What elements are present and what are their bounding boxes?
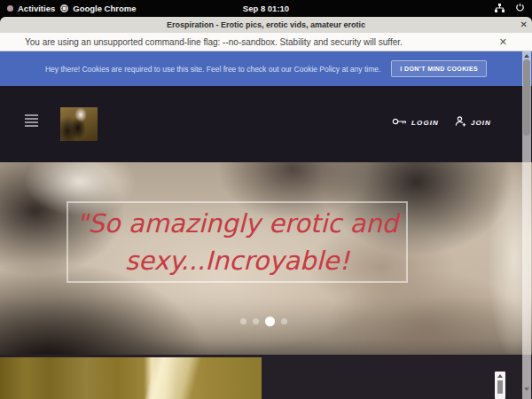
- page-scrollbar[interactable]: [522, 51, 531, 399]
- embedded-scroll-thumb[interactable]: [497, 380, 503, 394]
- chrome-infobar: You are using an unsupported command-lin…: [0, 33, 532, 51]
- infobar-close-button[interactable]: ✕: [499, 36, 507, 48]
- hamburger-menu-icon[interactable]: [25, 114, 38, 129]
- clock[interactable]: Sep 8 01:10: [0, 4, 532, 13]
- login-button[interactable]: LOGIN: [392, 117, 439, 128]
- join-button[interactable]: JOIN: [455, 116, 491, 129]
- key-icon: [392, 117, 407, 128]
- embedded-scrollbar[interactable]: [495, 372, 505, 399]
- window-close-button[interactable]: ✕: [520, 20, 528, 30]
- hero-quote-line2: sexy...Incroyable!: [68, 242, 406, 279]
- power-icon[interactable]: [515, 3, 525, 14]
- gnome-top-bar: Activities Google Chrome Sep 8 01:10: [0, 0, 532, 17]
- window-title: Erospiration - Erotic pics, erotic vids,…: [0, 20, 532, 29]
- window-titlebar: Erospiration - Erotic pics, erotic vids,…: [0, 17, 532, 33]
- carousel-dots: [230, 313, 297, 329]
- header-nav: LOGIN JOIN: [392, 116, 491, 129]
- infobar-message: You are using an unsupported command-lin…: [0, 37, 403, 47]
- hero-quote-line1: "So amazingly erotic and: [68, 205, 406, 242]
- cookie-message: Hey there! Cookies are required to use t…: [45, 65, 380, 74]
- carousel-dot-2[interactable]: [253, 318, 259, 325]
- scroll-thumb[interactable]: [523, 59, 530, 136]
- login-label: LOGIN: [411, 119, 439, 127]
- hero-carousel: "So amazingly erotic and sexy...Incroyab…: [0, 162, 532, 355]
- desktop: Activities Google Chrome Sep 8 01:10: [0, 0, 532, 399]
- network-icon[interactable]: [495, 4, 505, 14]
- site-logo[interactable]: [60, 107, 98, 141]
- gallery-thumbnail[interactable]: [0, 357, 262, 399]
- join-label: JOIN: [471, 119, 491, 127]
- cookie-banner: Hey there! Cookies are required to use t…: [0, 51, 532, 86]
- hero-quote-box: "So amazingly erotic and sexy...Incroyab…: [66, 201, 408, 283]
- carousel-dot-1[interactable]: [240, 318, 246, 325]
- site-header: LOGIN JOIN: [0, 86, 532, 162]
- carousel-dot-3[interactable]: [265, 317, 275, 326]
- person-add-icon: [455, 116, 466, 129]
- content-section: [0, 355, 532, 399]
- carousel-dot-4[interactable]: [281, 318, 287, 325]
- embedded-scroll-up-icon[interactable]: [497, 374, 503, 378]
- accept-cookies-button[interactable]: I DON’T MIND COOKIES: [391, 60, 487, 77]
- scroll-up-icon[interactable]: [524, 54, 529, 58]
- scroll-down-icon[interactable]: [524, 387, 529, 391]
